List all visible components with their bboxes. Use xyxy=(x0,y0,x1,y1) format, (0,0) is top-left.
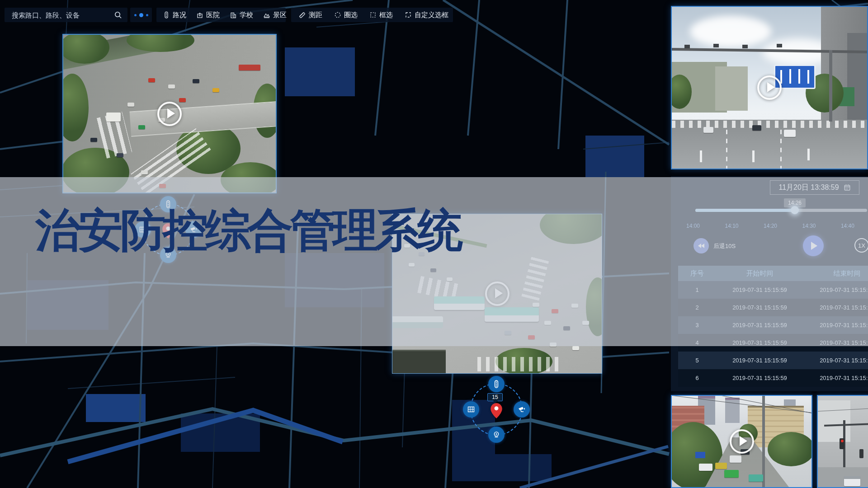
play-button[interactable] xyxy=(757,75,782,100)
toolbar-item-school[interactable]: 学校 xyxy=(230,11,253,19)
search-icon xyxy=(114,11,122,19)
car xyxy=(117,153,123,157)
cell-no: 6 xyxy=(678,375,716,381)
car xyxy=(239,65,260,70)
car xyxy=(703,127,713,133)
scene-camera xyxy=(713,44,719,47)
toolbar-item-label: 圈选 xyxy=(344,11,358,19)
toolbar-item-label: 测距 xyxy=(309,11,322,19)
scene-sign-arrow xyxy=(807,70,809,84)
scene-sign-arrow xyxy=(789,69,791,84)
play-button[interactable] xyxy=(730,429,754,454)
video-thumbnail-street-gantry[interactable] xyxy=(671,6,868,169)
dome-camera-icon xyxy=(492,431,500,439)
app-window: 路况 医院 学校 景区 xyxy=(0,0,868,488)
scene-sign xyxy=(695,452,705,458)
dome-camera-button[interactable] xyxy=(488,427,505,443)
traffic-light-icon xyxy=(163,11,170,19)
hospital-icon xyxy=(196,11,203,19)
scene-building xyxy=(847,33,868,122)
scene-lane-arrow xyxy=(752,150,755,162)
cell-start-time: 2019-07-31 15:15:59 xyxy=(716,357,803,364)
toolbar-item-label: 框选 xyxy=(379,11,393,19)
dot-icon xyxy=(134,14,137,16)
car xyxy=(193,79,199,83)
table-row[interactable]: 6 2019-07-31 15:15:59 2019-07-31 15:15:5… xyxy=(678,369,868,387)
toolbar-item-custom-select[interactable]: 自定义选框 xyxy=(405,11,448,19)
toolbar-item-measure[interactable]: 测距 xyxy=(298,11,322,19)
cctv-camera-button[interactable] xyxy=(514,401,530,418)
car xyxy=(106,113,121,122)
poi-toolbar: 路况 医院 学校 景区 xyxy=(156,8,286,22)
video-thumbnail-street-taxis[interactable] xyxy=(671,395,812,488)
more-options-button[interactable] xyxy=(130,8,152,22)
toolbar-item-label: 医院 xyxy=(206,11,220,19)
scene-crosswalk xyxy=(477,357,560,371)
car xyxy=(572,346,579,350)
school-icon xyxy=(230,11,237,19)
toolbar-item-scenic[interactable]: 景区 xyxy=(263,11,287,19)
car xyxy=(179,98,186,102)
ruler-icon xyxy=(298,11,306,19)
car xyxy=(127,103,134,107)
cctv-camera-icon xyxy=(518,405,526,413)
car xyxy=(724,470,739,478)
car xyxy=(148,78,155,82)
scene-road xyxy=(818,467,868,488)
scene-cloud xyxy=(690,16,771,47)
scene-pole xyxy=(829,50,832,122)
car xyxy=(749,474,763,482)
car xyxy=(730,455,741,463)
car xyxy=(699,464,712,471)
dot-icon xyxy=(139,13,143,17)
custom-select-icon xyxy=(405,11,412,19)
cell-end-time: 2019-07-31 15:15:59 xyxy=(803,357,868,364)
map-marker-cluster: 15 xyxy=(470,383,523,436)
car xyxy=(715,463,727,469)
scene-building xyxy=(715,66,748,111)
scene-building xyxy=(725,398,740,423)
toolbar-item-box-select[interactable]: 框选 xyxy=(369,11,393,19)
scene-lane-arrow xyxy=(700,150,702,162)
location-pin-icon[interactable] xyxy=(491,403,502,418)
car xyxy=(212,88,219,92)
scene-trees xyxy=(768,432,812,466)
scene-crosswalk xyxy=(672,121,868,128)
dot-icon xyxy=(146,14,148,16)
toolbar-item-label: 自定义选框 xyxy=(415,11,448,19)
cell-start-time: 2019-07-31 15:15:59 xyxy=(716,375,803,381)
search-input[interactable] xyxy=(11,11,114,19)
car xyxy=(844,476,860,486)
scene-lane-line xyxy=(780,128,782,169)
panel-grid-icon xyxy=(467,405,475,413)
toolbar-item-circle-select[interactable]: 圈选 xyxy=(334,11,358,19)
scene-sign-arrow xyxy=(780,70,782,84)
car xyxy=(784,130,796,137)
panel-grid-button[interactable] xyxy=(463,401,479,418)
marker-count-badge: 15 xyxy=(487,393,503,401)
car xyxy=(90,138,97,142)
toolbar-item-traffic[interactable]: 路况 xyxy=(163,11,186,19)
toolbar-item-hospital[interactable]: 医院 xyxy=(196,11,220,19)
toolbar-item-label: 学校 xyxy=(240,11,253,19)
car xyxy=(138,125,145,129)
play-button[interactable] xyxy=(157,102,182,126)
traffic-light-button[interactable] xyxy=(488,376,505,392)
scene-camera xyxy=(684,45,690,48)
car xyxy=(168,84,175,89)
scene-camera xyxy=(777,44,782,47)
marker-count-value: 15 xyxy=(492,394,498,400)
traffic-light-icon xyxy=(492,380,500,388)
cell-no: 5 xyxy=(678,357,716,364)
scene-red-signal xyxy=(841,440,844,442)
video-thumbnail-signal-intersection[interactable] xyxy=(817,395,868,488)
search-bar[interactable] xyxy=(5,8,127,22)
car xyxy=(752,125,761,131)
table-row[interactable]: 5 2019-07-31 15:15:59 2019-07-31 15:15:5… xyxy=(678,352,868,369)
scene-building xyxy=(818,400,850,442)
scene-lane-line xyxy=(726,128,727,169)
cell-end-time: 2019-07-31 15:15:59 xyxy=(803,375,868,381)
video-thumbnail-aerial-bridge[interactable] xyxy=(62,34,277,193)
scene-building xyxy=(392,350,446,374)
map-tools-toolbar: 测距 圈选 框选 自定义选框 xyxy=(291,8,453,22)
